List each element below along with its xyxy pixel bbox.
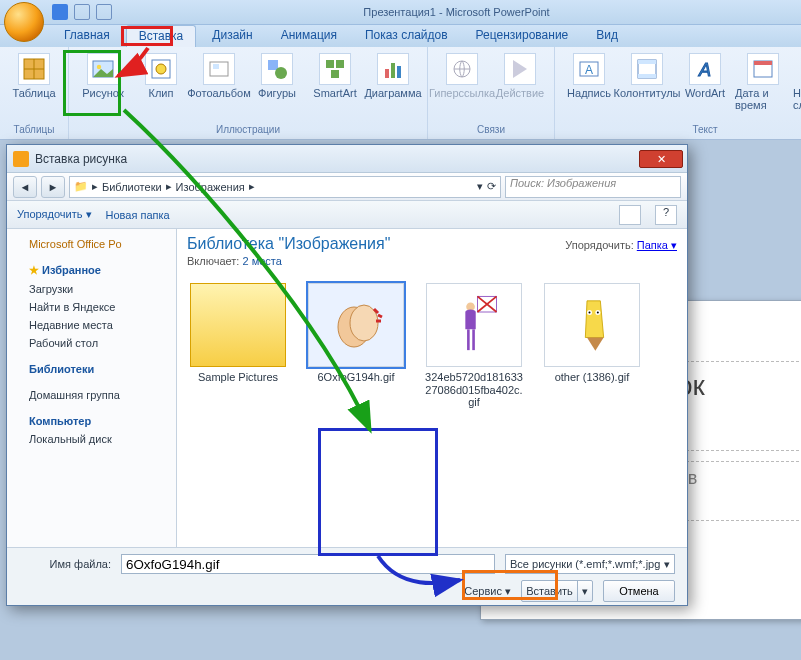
includes-link[interactable]: 2 места — [242, 255, 281, 267]
dialog-icon — [13, 151, 29, 167]
dialog-nav: ◄ ► 📁 ▸ Библиотеки ▸ Изображения ▸ ▾ ⟳ П… — [7, 173, 687, 201]
sidebar-downloads[interactable]: Загрузки — [11, 280, 172, 298]
redo-icon[interactable] — [96, 4, 112, 20]
sidebar-recent[interactable]: Недавние места — [11, 316, 172, 334]
view-button[interactable] — [619, 205, 641, 225]
shapes-button[interactable]: Фигуры — [249, 49, 305, 99]
svg-point-10 — [275, 67, 287, 79]
tab-review[interactable]: Рецензирование — [464, 25, 581, 47]
svg-rect-16 — [397, 66, 401, 78]
svg-point-41 — [589, 312, 591, 314]
folder-icon: 📁 — [74, 180, 88, 193]
svg-text:A: A — [585, 63, 593, 77]
sidebar-desktop[interactable]: Рабочий стол — [11, 334, 172, 352]
group-illustrations: Рисунок Клип Фотоальбом Фигуры SmartArt … — [69, 47, 428, 139]
sidebar-libraries-header[interactable]: Библиотеки — [11, 360, 172, 378]
sidebar-yandex[interactable]: Найти в Яндексе — [11, 298, 172, 316]
wordart-button[interactable]: A WordArt — [677, 49, 733, 99]
svg-rect-13 — [331, 70, 339, 78]
image-thumb — [544, 283, 640, 367]
sidebar-localdisk[interactable]: Локальный диск — [11, 430, 172, 448]
svg-rect-11 — [326, 60, 334, 68]
cancel-button[interactable]: Отмена — [603, 580, 675, 602]
picture-button[interactable]: Рисунок — [75, 49, 131, 99]
smartart-icon — [319, 53, 351, 85]
svg-rect-8 — [213, 64, 219, 69]
file-item[interactable]: 324eb5720d18163327086d015fba402c.gif — [423, 283, 525, 409]
clip-button[interactable]: Клип — [133, 49, 189, 99]
filename-input[interactable] — [121, 554, 495, 574]
folder-icon — [190, 283, 286, 367]
window-title: Презентация1 - Microsoft PowerPoint — [112, 6, 801, 18]
save-icon[interactable] — [52, 4, 68, 20]
hyperlink-icon — [446, 53, 478, 85]
office-button[interactable] — [4, 2, 44, 42]
image-thumb — [426, 283, 522, 367]
datetime-button[interactable]: Дата и время — [735, 49, 791, 111]
chevron-down-icon[interactable]: ▾ — [578, 581, 592, 601]
tab-animation[interactable]: Анимация — [269, 25, 349, 47]
chevron-down-icon[interactable]: ▾ — [477, 180, 483, 193]
wordart-icon: A — [689, 53, 721, 85]
insert-button[interactable]: Вставить ▾ — [521, 580, 593, 602]
file-folder[interactable]: Sample Pictures — [187, 283, 289, 409]
svg-rect-35 — [467, 329, 470, 350]
group-links: Гиперссылка Действие Связи — [428, 47, 555, 139]
tab-view[interactable]: Вид — [584, 25, 630, 47]
table-icon — [18, 53, 50, 85]
dialog-title: Вставка рисунка — [35, 152, 127, 166]
smartart-button[interactable]: SmartArt — [307, 49, 363, 99]
group-text: A Надпись Колонтитулы A WordArt Дата и в… — [555, 47, 801, 139]
svg-marker-37 — [585, 301, 603, 338]
tab-slideshow[interactable]: Показ слайдов — [353, 25, 460, 47]
close-button[interactable]: ✕ — [639, 150, 683, 168]
file-item[interactable]: other (1386).gif — [541, 283, 643, 409]
sort-dropdown[interactable]: Папка ▾ — [637, 239, 677, 251]
file-selected[interactable]: 6OxfoG194h.gif — [305, 283, 407, 409]
forward-button[interactable]: ► — [41, 176, 65, 198]
shapes-icon — [261, 53, 293, 85]
library-heading: Библиотека "Изображения" — [187, 235, 390, 253]
help-button[interactable]: ? — [655, 205, 677, 225]
tab-home[interactable]: Главная — [52, 25, 122, 47]
search-input[interactable]: Поиск: Изображения — [505, 176, 681, 198]
group-tables: Таблица Таблицы — [0, 47, 69, 139]
slidenumber-button[interactable]: # Номер слайда — [793, 49, 801, 111]
organize-button[interactable]: Упорядочить ▾ — [17, 208, 92, 221]
headerfooter-icon — [631, 53, 663, 85]
refresh-icon[interactable]: ⟳ — [487, 180, 496, 193]
undo-icon[interactable] — [74, 4, 90, 20]
newfolder-button[interactable]: Новая папка — [106, 209, 170, 221]
back-button[interactable]: ◄ — [13, 176, 37, 198]
ribbon-tabs: Главная Вставка Дизайн Анимация Показ сл… — [0, 25, 801, 47]
svg-rect-15 — [391, 63, 395, 78]
svg-text:A: A — [698, 60, 711, 80]
ribbon: Таблица Таблицы Рисунок Клип Фотоальбом … — [0, 47, 801, 140]
svg-rect-23 — [638, 74, 656, 78]
app-titlebar: Презентация1 - Microsoft PowerPoint — [0, 0, 801, 25]
dialog-footer: Имя файла: Все рисунки (*.emf;*.wmf;*.jp… — [7, 547, 687, 603]
headerfooter-button[interactable]: Колонтитулы — [619, 49, 675, 99]
dialog-sidebar: Microsoft Office Po Избранное Загрузки Н… — [7, 229, 177, 547]
file-view: Библиотека "Изображения" Упорядочить: Па… — [177, 229, 687, 547]
table-button[interactable]: Таблица — [6, 49, 62, 99]
tab-insert[interactable]: Вставка — [126, 25, 197, 47]
dialog-titlebar[interactable]: Вставка рисунка ✕ — [7, 145, 687, 173]
datetime-icon — [747, 53, 779, 85]
sidebar-homegroup[interactable]: Домашняя группа — [11, 386, 172, 404]
textbox-icon: A — [573, 53, 605, 85]
svg-marker-18 — [513, 60, 527, 78]
svg-rect-14 — [385, 69, 389, 78]
breadcrumb[interactable]: 📁 ▸ Библиотеки ▸ Изображения ▸ ▾ ⟳ — [69, 176, 501, 198]
sidebar-office[interactable]: Microsoft Office Po — [11, 235, 172, 253]
tools-dropdown[interactable]: Сервис ▾ — [464, 585, 511, 598]
sidebar-computer-header[interactable]: Компьютер — [11, 412, 172, 430]
svg-rect-22 — [638, 60, 656, 64]
filetype-filter[interactable]: Все рисунки (*.emf;*.wmf;*.jpg▾ — [505, 554, 675, 574]
photoalbum-button[interactable]: Фотоальбом — [191, 49, 247, 99]
svg-point-6 — [156, 64, 166, 74]
chart-button[interactable]: Диаграмма — [365, 49, 421, 99]
tab-design[interactable]: Дизайн — [200, 25, 264, 47]
textbox-button[interactable]: A Надпись — [561, 49, 617, 99]
sidebar-favorites-header[interactable]: Избранное — [11, 261, 172, 280]
